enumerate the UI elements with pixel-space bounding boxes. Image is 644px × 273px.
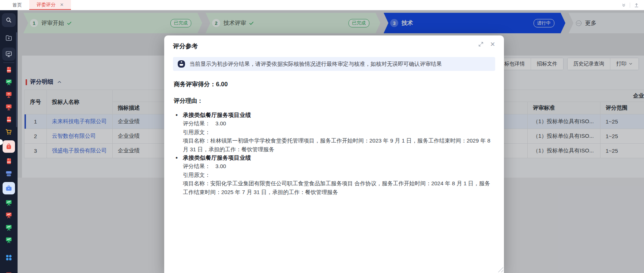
blue-briefcase-icon[interactable] xyxy=(3,182,15,194)
business-score-line: 商务评审得分：6.00 xyxy=(174,80,494,88)
search-button[interactable] xyxy=(2,13,16,27)
reason-detail: 项目名称：桂林镇第一初级中学学校食堂委托管理项目，服务工作开始时间：2023 年… xyxy=(183,136,492,153)
upload-icon[interactable] xyxy=(632,1,641,9)
tab-home[interactable]: 首页 xyxy=(5,0,29,10)
tabbar-actions xyxy=(619,0,641,10)
search-icon xyxy=(5,16,12,24)
result-label: 评分结果： xyxy=(183,120,210,126)
red-bag-icon[interactable] xyxy=(3,140,15,153)
close-icon[interactable]: ✕ xyxy=(489,41,496,48)
red-monitor-icon[interactable] xyxy=(5,103,13,111)
tab-close-icon[interactable]: ✕ xyxy=(60,3,64,7)
red-monitor-icon[interactable] xyxy=(5,271,13,273)
app-root: 首页 评委评分 ✕ 1评审开始已完成2技术评审已完成3技术进行中更多 xyxy=(0,0,644,273)
ai-robot-icon xyxy=(178,60,185,68)
red-book-icon[interactable] xyxy=(5,66,13,74)
score-reference-modal: 评分参考 ✕ 当前显示为初步评分结果，请评委依据实际核验情况进行最终审定与核准，… xyxy=(164,35,504,273)
cart-icon[interactable] xyxy=(5,128,13,136)
notice-banner: 当前显示为初步评分结果，请评委依据实际核验情况进行最终审定与核准，如核对无误即可… xyxy=(173,57,495,71)
resize-grip[interactable] xyxy=(498,267,503,272)
green-board-icon[interactable] xyxy=(5,224,13,232)
sidebar-pinned xyxy=(0,31,18,61)
notice-text: 当前显示为初步评分结果，请评委依据实际核验情况进行最终审定与核准，如核对无误即可… xyxy=(189,61,442,68)
reason-label: 评分理由： xyxy=(174,97,494,105)
score-value: 6.00 xyxy=(216,81,228,87)
blue-grid-icon[interactable] xyxy=(5,254,13,262)
result-label: 评分结果： xyxy=(183,163,210,169)
reason-list: 承接类似餐厅服务项目业绩评分结果：3.00引用原文：项目名称：桂林镇第一初级中学… xyxy=(174,111,495,196)
sidebar-scrollbar[interactable] xyxy=(16,32,17,127)
reason-detail: 项目名称：安阳化学工业集团有限责任公司职工食堂食品加工服务项目 合作协议，服务工… xyxy=(183,179,492,196)
tab-judge-scoring[interactable]: 评委评分 ✕ xyxy=(29,0,71,10)
sidebar-apps xyxy=(0,66,18,273)
expand-icon[interactable] xyxy=(478,41,484,48)
quote-label: 引用原文： xyxy=(183,128,492,137)
green-board-icon[interactable] xyxy=(5,199,13,207)
modal-header: 评分参考 xyxy=(164,35,504,54)
monitor-chart-icon[interactable] xyxy=(2,48,15,61)
reason-item-title: 承接类似餐厅服务项目业绩 xyxy=(183,111,492,119)
reason-item-title: 承接类似餐厅服务项目业绩 xyxy=(183,153,492,162)
red-book-icon[interactable] xyxy=(5,115,13,124)
score-label: 商务评审得分： xyxy=(174,81,216,87)
result-value: 3.00 xyxy=(215,163,226,169)
green-board-icon[interactable] xyxy=(5,236,13,244)
tab-home-label: 首页 xyxy=(12,2,22,8)
reason-item: 承接类似餐厅服务项目业绩评分结果：3.00引用原文：项目名称：桂林镇第一初级中学… xyxy=(174,111,492,153)
reason-result-line: 评分结果：3.00 xyxy=(183,162,492,171)
favorite-folder-icon[interactable] xyxy=(2,31,15,45)
result-value: 3.00 xyxy=(215,120,226,126)
tab-judge-scoring-label: 评委评分 xyxy=(37,1,56,8)
blue-layers-icon[interactable] xyxy=(5,170,13,178)
tabbar-divider xyxy=(630,3,630,8)
collapse-tabs-icon[interactable] xyxy=(619,1,628,9)
sidebar-divider xyxy=(3,62,14,63)
red-book-icon[interactable] xyxy=(5,157,13,165)
quote-label: 引用原文： xyxy=(183,171,492,179)
red-board-icon[interactable] xyxy=(5,211,13,219)
green-board-icon[interactable] xyxy=(5,78,13,86)
red-monitor-icon[interactable] xyxy=(5,91,13,99)
reason-result-line: 评分结果：3.00 xyxy=(183,119,492,128)
reason-item: 承接类似餐厅服务项目业绩评分结果：3.00引用原文：项目名称：安阳化学工业集团有… xyxy=(174,153,492,196)
tab-bar: 首页 评委评分 ✕ xyxy=(0,0,644,10)
modal-title: 评分参考 xyxy=(173,42,495,50)
